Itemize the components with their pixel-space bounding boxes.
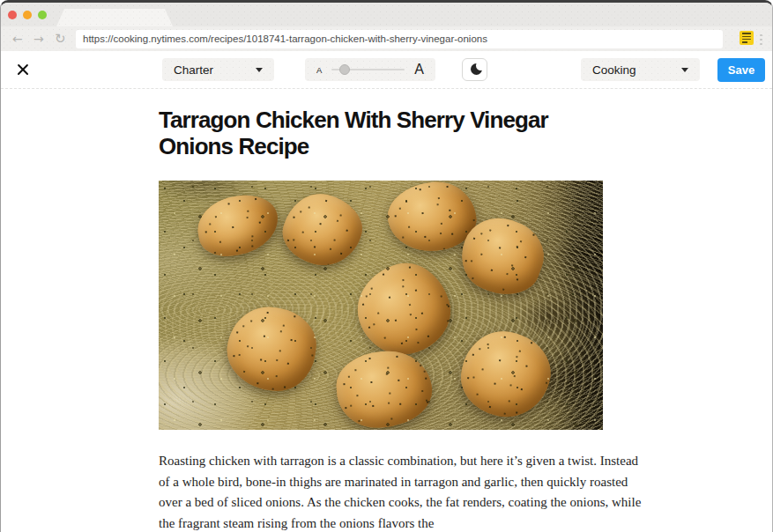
close-window-button[interactable] xyxy=(8,11,17,19)
font-select[interactable]: Charter xyxy=(162,58,274,81)
moon-icon xyxy=(471,63,482,75)
font-size-small-label: A xyxy=(316,65,322,75)
close-reader-button[interactable] xyxy=(15,62,31,78)
chevron-down-icon xyxy=(681,68,688,72)
browser-tab[interactable] xyxy=(56,9,173,26)
reload-icon[interactable]: ↻ xyxy=(55,26,66,51)
reader-toolbar: Charter A A Cooking Save xyxy=(1,51,772,89)
forward-icon[interactable]: → xyxy=(33,26,44,51)
window-titlebar xyxy=(1,3,772,26)
collection-select[interactable]: Cooking xyxy=(581,58,700,81)
page-title: Tarragon Chicken With Sherry Vinegar Oni… xyxy=(159,107,617,159)
herb-speckles xyxy=(159,181,603,430)
dark-mode-button[interactable] xyxy=(462,58,487,81)
zoom-window-button[interactable] xyxy=(38,11,47,19)
reader-content: Tarragon Chicken With Sherry Vinegar Oni… xyxy=(1,89,772,532)
chevron-down-icon xyxy=(256,68,263,72)
font-size-slider[interactable] xyxy=(331,69,405,70)
font-select-value: Charter xyxy=(174,63,213,77)
save-button[interactable]: Save xyxy=(717,58,765,82)
article-paragraph: Roasting chicken with tarragon is a clas… xyxy=(159,451,646,532)
font-size-large-label: A xyxy=(414,62,424,78)
minimize-window-button[interactable] xyxy=(23,11,32,19)
address-input[interactable] xyxy=(76,30,723,48)
font-size-control: A A xyxy=(305,58,435,81)
traffic-lights xyxy=(8,3,47,26)
browser-window: ← → ↻ Charter A A Cooking Save xyxy=(0,0,773,532)
collection-select-value: Cooking xyxy=(592,63,636,77)
browser-urlbar: ← → ↻ xyxy=(1,26,772,51)
recipe-photo xyxy=(159,181,603,430)
back-icon[interactable]: ← xyxy=(12,26,23,51)
reader-mode-icon[interactable] xyxy=(740,31,754,45)
overflow-menu-icon[interactable] xyxy=(759,33,763,47)
font-size-slider-handle[interactable] xyxy=(339,64,350,75)
